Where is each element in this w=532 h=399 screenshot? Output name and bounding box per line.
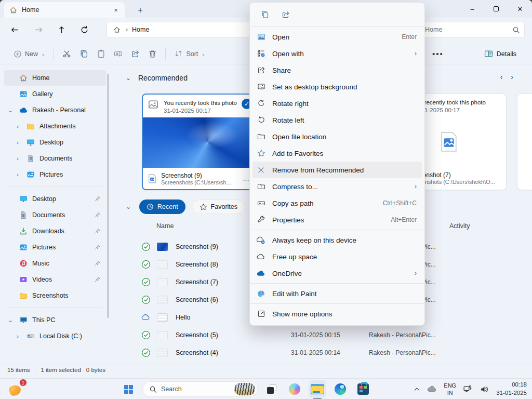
chevron-right-icon[interactable]: ›	[14, 171, 22, 178]
chevron-right-icon[interactable]: ›	[14, 155, 22, 162]
chevron-right-icon[interactable]: ›	[14, 139, 22, 145]
column-header-name[interactable]: Name	[156, 222, 174, 230]
chevron-down-icon[interactable]: ⌄	[124, 74, 133, 82]
sidebar-scrollbar[interactable]	[107, 74, 109, 318]
carousel-prev-icon[interactable]: ‹	[500, 73, 503, 81]
language-indicator[interactable]: ENG IN	[444, 382, 456, 397]
share-button[interactable]	[127, 46, 144, 62]
edge-button[interactable]	[331, 380, 349, 398]
sidebar-item-gallery[interactable]: Gallery	[4, 86, 106, 102]
menu-item-open-with[interactable]: Open with ›	[252, 45, 422, 62]
carousel-next-icon[interactable]: ›	[511, 73, 513, 81]
menu-item-edit-with-paint[interactable]: Edit with Paint	[252, 285, 422, 302]
menu-item-compress-to[interactable]: Compress to... ›	[252, 178, 422, 195]
recommended-card[interactable]	[517, 94, 532, 190]
filter-favorites[interactable]: Favorites	[192, 200, 245, 214]
close-button[interactable]: ✕	[508, 0, 532, 18]
paste-button[interactable]	[92, 46, 110, 62]
sidebar-item-onedrive-pictures[interactable]: › Pictures	[11, 167, 106, 182]
chevron-right-icon[interactable]: ›	[14, 123, 22, 129]
sidebar-item-pictures[interactable]: Pictures	[4, 240, 106, 255]
menu-item-share[interactable]: Share	[252, 62, 422, 78]
selection-count: 1 item selected	[41, 367, 81, 373]
sort-button[interactable]: Sort ⌄	[170, 46, 209, 62]
show-more-icon	[257, 310, 265, 318]
up-button[interactable]	[53, 21, 70, 38]
tray-time: 00:18	[496, 381, 527, 389]
new-tab-button[interactable]: +	[134, 4, 147, 17]
taskbar-search[interactable]: Search	[142, 381, 258, 397]
menu-item-free-up-space[interactable]: Free up space	[252, 248, 422, 265]
forward-button[interactable]	[30, 21, 47, 38]
card-more-button[interactable]: …	[243, 175, 250, 182]
minimize-button[interactable]: –	[460, 0, 484, 18]
sidebar-item-videos[interactable]: Videos	[4, 272, 106, 287]
menu-item-rotate-right[interactable]: Rotate right	[252, 95, 422, 112]
chevron-right-icon[interactable]: ›	[14, 333, 22, 339]
onedrive-icon	[257, 269, 265, 278]
sidebar-item-downloads[interactable]: Downloads	[4, 223, 106, 239]
sidebar-item-desktop[interactable]: Desktop	[4, 191, 106, 207]
share-icon[interactable]	[278, 8, 294, 21]
sidebar-item-home[interactable]: Home	[4, 70, 106, 86]
volume-icon[interactable]	[480, 384, 489, 394]
menu-item-set-as-desktop-background[interactable]: Set as desktop background	[252, 78, 422, 95]
menu-item-add-to-favorites[interactable]: Add to Favorites	[252, 145, 422, 162]
chevron-down-icon[interactable]: ⌄	[6, 107, 15, 114]
refresh-button[interactable]	[76, 21, 92, 38]
copy-button[interactable]	[75, 46, 92, 62]
tray-chevron-up-icon[interactable]	[414, 386, 420, 393]
table-row[interactable]: Screenshot (4) 31-01-2025 00:14 Rakesh -…	[110, 344, 532, 362]
sidebar-item-this-pc[interactable]: ⌄ This PC	[4, 312, 106, 328]
delete-button[interactable]	[144, 46, 161, 62]
chevron-down-icon[interactable]: ⌄	[6, 317, 15, 324]
explorer-tab-home[interactable]: Home ×	[4, 2, 125, 18]
copy-icon[interactable]	[257, 8, 273, 21]
sidebar-item-documents[interactable]: Documents	[4, 207, 106, 223]
microsoft-store-button[interactable]	[354, 380, 372, 398]
sidebar-item-onedrive-documents[interactable]: › Documents	[11, 151, 106, 166]
copilot-icon	[289, 383, 300, 395]
status-bar: 15 items 1 item selected 0 bytes	[0, 364, 532, 375]
sidebar-item-screenshots[interactable]: Screenshots	[4, 288, 106, 303]
sidebar-item-onedrive-desktop[interactable]: › Desktop	[11, 135, 106, 150]
back-button[interactable]	[6, 21, 23, 38]
rename-button[interactable]	[110, 46, 127, 62]
new-button[interactable]: New ⌄	[9, 46, 49, 62]
start-button[interactable]	[119, 380, 137, 398]
open-with-icon	[257, 49, 265, 58]
chevron-down-icon[interactable]: ⌄	[124, 203, 133, 210]
tab-close-icon[interactable]: ×	[111, 5, 121, 15]
sidebar-item-music[interactable]: Music	[4, 256, 106, 271]
menu-item-always-keep-on-device[interactable]: Always keep on this device	[252, 232, 422, 248]
onedrive-tray-icon[interactable]	[427, 384, 437, 394]
column-header-activity[interactable]: Activity	[449, 222, 470, 230]
sidebar-item-onedrive-root[interactable]: ⌄ Rakesh - Personal	[4, 102, 106, 118]
more-options-button[interactable]: •••	[432, 49, 444, 58]
recommended-card[interactable]: You recently took this photo 31-01-2025 …	[142, 94, 256, 190]
file-explorer-button[interactable]	[309, 380, 326, 398]
menu-item-rotate-left[interactable]: Rotate left	[252, 112, 422, 128]
menu-item-remove-from-recommended[interactable]: Remove from Recommended	[252, 162, 422, 178]
menu-item-properties[interactable]: Properties Alt+Enter	[252, 211, 422, 228]
menu-item-onedrive[interactable]: OneDrive ›	[252, 265, 422, 282]
clock[interactable]: 00:18 31-01-2025	[496, 381, 527, 397]
table-row[interactable]: Screenshot (5) 31-01-2025 00:15 Rakesh -…	[110, 326, 532, 344]
menu-item-copy-as-path[interactable]: Copy as path Ctrl+Shift+C	[252, 195, 422, 211]
breadcrumb[interactable]: Home	[132, 26, 149, 33]
copilot-button[interactable]	[286, 380, 303, 398]
menu-item-show-more-options[interactable]: Show more options	[252, 305, 422, 322]
filter-recent[interactable]: Recent	[139, 200, 185, 214]
maximize-button[interactable]	[484, 0, 508, 18]
menu-item-open[interactable]: Open Enter	[252, 29, 422, 45]
search-icon[interactable]	[512, 26, 520, 34]
sidebar-item-attachments[interactable]: › Attachments	[11, 118, 106, 134]
widgets-button[interactable]: 1	[7, 381, 26, 397]
network-icon[interactable]	[463, 384, 473, 394]
sidebar-item-local-disk-c[interactable]: › Local Disk (C:)	[11, 328, 106, 344]
menu-item-open-file-location[interactable]: Open file location	[252, 128, 422, 145]
task-view-button[interactable]	[263, 380, 281, 398]
search-highlight-image[interactable]	[234, 383, 255, 395]
details-pane-button[interactable]: Details	[480, 46, 521, 62]
cut-button[interactable]	[58, 46, 75, 62]
